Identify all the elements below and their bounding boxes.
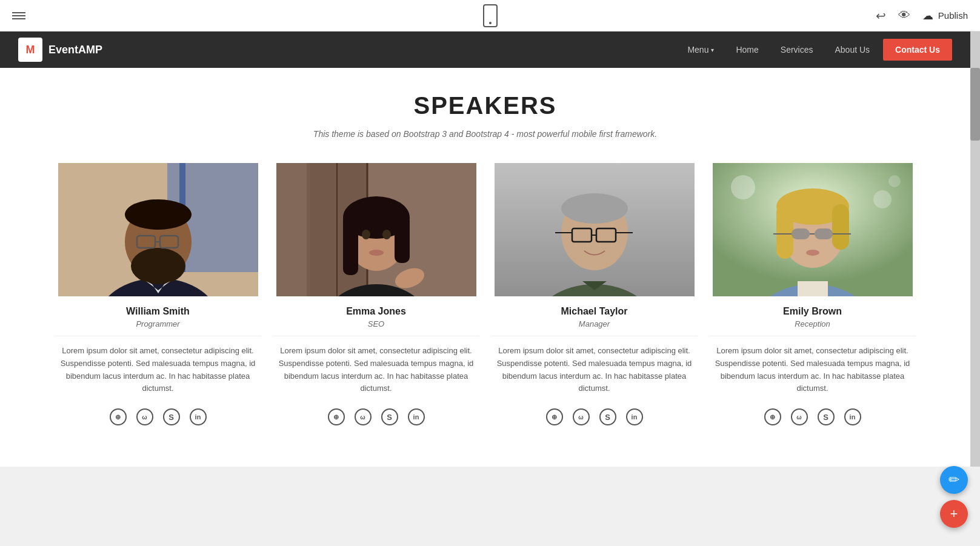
speaker-name-4: Emily Brown (704, 296, 922, 319)
fab-edit-button[interactable]: ✏ (940, 466, 968, 467)
speaker-role-3: Manager (492, 319, 698, 336)
speaker-role-4: Reception (710, 319, 916, 336)
preview-icon[interactable]: 👁 (898, 8, 910, 22)
linkedin-icon-4[interactable]: in (844, 408, 861, 425)
dropdown-arrow-icon: ▾ (711, 47, 714, 53)
svg-rect-20 (343, 215, 358, 275)
lastfm-icon-4[interactable]: ω (791, 408, 808, 425)
speaker-photo-1 (49, 163, 267, 296)
svg-rect-43 (776, 204, 793, 259)
svg-rect-21 (395, 215, 410, 263)
publish-button[interactable]: ☁ Publish (922, 9, 968, 22)
cloud-upload-icon: ☁ (922, 9, 933, 22)
fab-container: ✏ + (940, 466, 968, 467)
navigation: M EventAMP Menu ▾ Home Services About Us… (0, 32, 970, 68)
nav-links: Menu ▾ Home Services About Us Contact Us (679, 39, 952, 61)
svg-point-6 (125, 199, 192, 230)
skype-icon-3[interactable]: S (599, 408, 616, 425)
hamburger-menu[interactable] (12, 10, 25, 21)
speaker-desc-4: Lorem ipsum dolor sit amet, consectetur … (704, 336, 922, 404)
linkedin-icon-2[interactable]: in (408, 408, 425, 425)
speaker-name-3: Michael Taylor (485, 296, 704, 319)
svg-point-37 (873, 190, 892, 208)
speaker-photo-3 (485, 163, 704, 296)
logo-icon: M (18, 38, 42, 62)
toolbar-right: ↩ 👁 ☁ Publish (876, 8, 968, 23)
undo-icon[interactable]: ↩ (876, 8, 886, 23)
lastfm-icon[interactable]: ω (136, 408, 153, 425)
speaker-card-1: William Smith Programmer Lorem ipsum dol… (49, 163, 267, 442)
nav-menu-item[interactable]: Menu ▾ (679, 40, 722, 59)
speaker-card-2: Emma Jones SEO Lorem ipsum dolor sit ame… (267, 163, 485, 442)
dribbble-icon-2[interactable]: ⊕ (328, 408, 345, 425)
speaker-name-2: Emma Jones (267, 296, 485, 319)
speaker-photo-4 (704, 163, 922, 296)
main-container: M EventAMP Menu ▾ Home Services About Us… (0, 32, 980, 467)
speaker-role-2: SEO (273, 319, 479, 336)
speaker-card-3: Michael Taylor Manager Lorem ipsum dolor… (485, 163, 704, 442)
contact-us-button[interactable]: Contact Us (883, 39, 952, 61)
svg-point-38 (888, 175, 901, 187)
speakers-grid: William Smith Programmer Lorem ipsum dol… (49, 163, 922, 442)
speaker-name-1: William Smith (49, 296, 267, 319)
speaker-social-2: ⊕ ω S in (267, 404, 485, 430)
svg-point-36 (731, 175, 755, 199)
speaker-photo-2 (267, 163, 485, 296)
page-content: SPEAKERS This theme is based on Bootstra… (0, 68, 970, 467)
publish-label: Publish (938, 10, 968, 21)
svg-point-24 (369, 250, 384, 256)
menu-label: Menu (687, 45, 708, 55)
speaker-desc-2: Lorem ipsum dolor sit amet, consectetur … (267, 336, 485, 404)
logo-text: EventAMP (48, 44, 102, 56)
svg-point-5 (131, 248, 185, 284)
page-title: SPEAKERS (12, 92, 958, 119)
speaker-social-1: ⊕ ω S in (49, 404, 267, 430)
dribbble-icon-4[interactable]: ⊕ (764, 408, 781, 425)
linkedin-icon[interactable]: in (190, 408, 207, 425)
speaker-card-4: Emily Brown Reception Lorem ipsum dolor … (704, 163, 922, 442)
toolbar: ↩ 👁 ☁ Publish (0, 0, 980, 32)
page-subtitle: This theme is based on Bootstrap 3 and B… (12, 129, 958, 139)
toolbar-left (12, 10, 25, 21)
svg-point-23 (382, 230, 391, 239)
skype-icon[interactable]: S (163, 408, 180, 425)
svg-rect-45 (792, 228, 810, 239)
svg-rect-40 (798, 281, 828, 296)
speaker-social-3: ⊕ ω S in (485, 404, 704, 430)
lastfm-icon-3[interactable]: ω (573, 408, 590, 425)
nav-logo: M EventAMP (18, 38, 102, 62)
logo-letter: M (26, 44, 35, 56)
nav-services-link[interactable]: Services (772, 40, 822, 59)
speaker-social-4: ⊕ ω S in (704, 404, 922, 430)
nav-about-link[interactable]: About Us (827, 40, 879, 59)
speaker-role-1: Programmer (55, 319, 261, 336)
scrollbar[interactable] (970, 32, 980, 467)
toolbar-center (483, 4, 498, 27)
speaker-desc-1: Lorem ipsum dolor sit amet, consectetur … (49, 336, 267, 404)
svg-rect-15 (276, 163, 310, 296)
dribbble-icon[interactable]: ⊕ (110, 408, 127, 425)
page-area: M EventAMP Menu ▾ Home Services About Us… (0, 32, 970, 467)
speaker-desc-3: Lorem ipsum dolor sit amet, consectetur … (485, 336, 704, 404)
dribbble-icon-3[interactable]: ⊕ (546, 408, 563, 425)
svg-rect-44 (832, 204, 849, 250)
skype-icon-4[interactable]: S (818, 408, 835, 425)
linkedin-icon-3[interactable]: in (626, 408, 643, 425)
nav-home-link[interactable]: Home (727, 40, 767, 59)
mobile-preview-icon[interactable] (483, 4, 498, 27)
svg-rect-46 (815, 228, 833, 239)
svg-point-22 (362, 230, 370, 239)
scrollbar-thumb[interactable] (970, 68, 980, 141)
svg-point-50 (806, 250, 819, 256)
skype-icon-2[interactable]: S (381, 408, 398, 425)
lastfm-icon-2[interactable]: ω (355, 408, 372, 425)
svg-point-29 (561, 193, 628, 224)
